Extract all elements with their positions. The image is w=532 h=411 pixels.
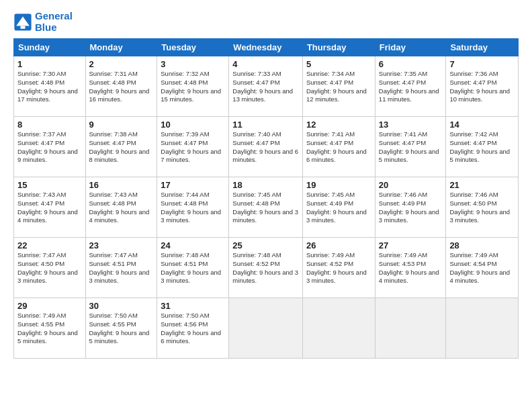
logo-text: General Blue — [35, 11, 73, 33]
calendar-cell: 27 Sunrise: 7:49 AM Sunset: 4:53 PM Dayl… — [375, 238, 446, 298]
day-info: Sunrise: 7:35 AM Sunset: 4:47 PM Dayligh… — [379, 70, 443, 104]
day-info: Sunrise: 7:31 AM Sunset: 4:48 PM Dayligh… — [89, 70, 154, 104]
calendar-cell: 11 Sunrise: 7:40 AM Sunset: 4:47 PM Dayl… — [229, 117, 303, 177]
calendar-cell: 17 Sunrise: 7:44 AM Sunset: 4:48 PM Dayl… — [157, 177, 229, 238]
day-number: 8 — [17, 120, 82, 130]
calendar-cell: 25 Sunrise: 7:48 AM Sunset: 4:52 PM Dayl… — [229, 238, 303, 298]
day-info: Sunrise: 7:46 AM Sunset: 4:49 PM Dayligh… — [379, 191, 443, 225]
calendar-cell: 20 Sunrise: 7:46 AM Sunset: 4:49 PM Dayl… — [375, 177, 446, 238]
day-info: Sunrise: 7:49 AM Sunset: 4:54 PM Dayligh… — [449, 251, 515, 285]
header: General Blue — [13, 11, 519, 33]
header-wednesday: Wednesday — [229, 39, 303, 56]
day-info: Sunrise: 7:41 AM Sunset: 4:47 PM Dayligh… — [306, 130, 371, 165]
logo: General Blue — [13, 11, 73, 33]
day-info: Sunrise: 7:33 AM Sunset: 4:47 PM Dayligh… — [232, 70, 299, 104]
day-number: 9 — [89, 120, 154, 130]
calendar-cell: 18 Sunrise: 7:45 AM Sunset: 4:48 PM Dayl… — [229, 177, 303, 238]
day-info: Sunrise: 7:36 AM Sunset: 4:47 PM Dayligh… — [449, 70, 515, 104]
day-info: Sunrise: 7:45 AM Sunset: 4:49 PM Dayligh… — [306, 191, 371, 225]
calendar-cell: 22 Sunrise: 7:47 AM Sunset: 4:50 PM Dayl… — [14, 238, 86, 298]
day-number: 7 — [449, 59, 515, 69]
day-number: 22 — [17, 240, 82, 250]
header-friday: Friday — [375, 39, 446, 56]
day-number: 14 — [449, 120, 515, 130]
day-info: Sunrise: 7:37 AM Sunset: 4:47 PM Dayligh… — [17, 130, 82, 165]
day-number: 25 — [232, 240, 299, 250]
day-info: Sunrise: 7:48 AM Sunset: 4:52 PM Dayligh… — [232, 251, 299, 285]
header-tuesday: Tuesday — [157, 39, 229, 56]
day-info: Sunrise: 7:49 AM Sunset: 4:53 PM Dayligh… — [379, 251, 443, 285]
calendar-cell: 9 Sunrise: 7:38 AM Sunset: 4:47 PM Dayli… — [85, 117, 157, 177]
day-number: 27 — [379, 240, 443, 250]
day-number: 21 — [449, 180, 515, 190]
day-number: 17 — [161, 180, 225, 190]
calendar-cell: 23 Sunrise: 7:47 AM Sunset: 4:51 PM Dayl… — [85, 238, 157, 298]
day-number: 5 — [306, 59, 371, 69]
calendar-cell: 5 Sunrise: 7:34 AM Sunset: 4:47 PM Dayli… — [302, 56, 375, 117]
day-info: Sunrise: 7:42 AM Sunset: 4:47 PM Dayligh… — [449, 130, 515, 165]
day-number: 31 — [161, 301, 225, 311]
calendar-row: 29 Sunrise: 7:49 AM Sunset: 4:55 PM Dayl… — [14, 298, 519, 359]
day-info: Sunrise: 7:44 AM Sunset: 4:48 PM Dayligh… — [161, 191, 225, 225]
calendar-cell: 1 Sunrise: 7:30 AM Sunset: 4:48 PM Dayli… — [14, 56, 86, 117]
day-number: 11 — [232, 120, 299, 130]
calendar-cell — [229, 298, 303, 359]
day-number: 24 — [161, 240, 225, 250]
calendar-cell: 6 Sunrise: 7:35 AM Sunset: 4:47 PM Dayli… — [375, 56, 446, 117]
day-info: Sunrise: 7:32 AM Sunset: 4:48 PM Dayligh… — [161, 70, 225, 104]
day-info: Sunrise: 7:49 AM Sunset: 4:55 PM Dayligh… — [17, 312, 82, 346]
day-info: Sunrise: 7:43 AM Sunset: 4:48 PM Dayligh… — [89, 191, 154, 225]
header-saturday: Saturday — [446, 39, 519, 56]
day-info: Sunrise: 7:38 AM Sunset: 4:47 PM Dayligh… — [89, 130, 154, 165]
calendar-cell: 31 Sunrise: 7:50 AM Sunset: 4:56 PM Dayl… — [157, 298, 229, 359]
day-number: 3 — [161, 59, 225, 69]
day-number: 13 — [379, 120, 443, 130]
day-number: 26 — [306, 240, 371, 250]
calendar-cell: 16 Sunrise: 7:43 AM Sunset: 4:48 PM Dayl… — [85, 177, 157, 238]
calendar-cell: 21 Sunrise: 7:46 AM Sunset: 4:50 PM Dayl… — [446, 177, 519, 238]
day-info: Sunrise: 7:46 AM Sunset: 4:50 PM Dayligh… — [449, 191, 515, 225]
calendar-cell: 26 Sunrise: 7:49 AM Sunset: 4:52 PM Dayl… — [302, 238, 375, 298]
calendar-cell: 30 Sunrise: 7:50 AM Sunset: 4:55 PM Dayl… — [85, 298, 157, 359]
day-number: 19 — [306, 180, 371, 190]
day-number: 18 — [232, 180, 299, 190]
header-thursday: Thursday — [302, 39, 375, 56]
header-monday: Monday — [85, 39, 157, 56]
calendar-row: 22 Sunrise: 7:47 AM Sunset: 4:50 PM Dayl… — [14, 238, 519, 298]
logo-icon — [13, 13, 32, 32]
day-info: Sunrise: 7:40 AM Sunset: 4:47 PM Dayligh… — [232, 130, 299, 165]
day-info: Sunrise: 7:39 AM Sunset: 4:47 PM Dayligh… — [161, 130, 225, 165]
day-info: Sunrise: 7:45 AM Sunset: 4:48 PM Dayligh… — [232, 191, 299, 225]
page: General Blue Sunday Monday Tuesday Wedne… — [0, 0, 532, 365]
calendar-cell: 8 Sunrise: 7:37 AM Sunset: 4:47 PM Dayli… — [14, 117, 86, 177]
day-number: 1 — [17, 59, 82, 69]
day-number: 4 — [232, 59, 299, 69]
day-info: Sunrise: 7:49 AM Sunset: 4:52 PM Dayligh… — [306, 251, 371, 285]
day-info: Sunrise: 7:41 AM Sunset: 4:47 PM Dayligh… — [379, 130, 443, 165]
day-number: 6 — [379, 59, 443, 69]
calendar-cell: 19 Sunrise: 7:45 AM Sunset: 4:49 PM Dayl… — [302, 177, 375, 238]
calendar-cell: 14 Sunrise: 7:42 AM Sunset: 4:47 PM Dayl… — [446, 117, 519, 177]
calendar-cell: 13 Sunrise: 7:41 AM Sunset: 4:47 PM Dayl… — [375, 117, 446, 177]
day-number: 20 — [379, 180, 443, 190]
day-number: 16 — [89, 180, 154, 190]
day-info: Sunrise: 7:48 AM Sunset: 4:51 PM Dayligh… — [161, 251, 225, 285]
day-info: Sunrise: 7:50 AM Sunset: 4:56 PM Dayligh… — [161, 312, 225, 346]
day-info: Sunrise: 7:47 AM Sunset: 4:50 PM Dayligh… — [17, 251, 82, 285]
calendar-cell: 12 Sunrise: 7:41 AM Sunset: 4:47 PM Dayl… — [302, 117, 375, 177]
day-number: 10 — [161, 120, 225, 130]
day-number: 28 — [449, 240, 515, 250]
day-number: 29 — [17, 301, 82, 311]
calendar-header-row: Sunday Monday Tuesday Wednesday Thursday… — [14, 39, 519, 56]
calendar-table: Sunday Monday Tuesday Wednesday Thursday… — [13, 38, 519, 359]
calendar-cell: 10 Sunrise: 7:39 AM Sunset: 4:47 PM Dayl… — [157, 117, 229, 177]
day-number: 2 — [89, 59, 154, 69]
calendar-row: 8 Sunrise: 7:37 AM Sunset: 4:47 PM Dayli… — [14, 117, 519, 177]
day-info: Sunrise: 7:34 AM Sunset: 4:47 PM Dayligh… — [306, 70, 371, 104]
calendar-row: 1 Sunrise: 7:30 AM Sunset: 4:48 PM Dayli… — [14, 56, 519, 117]
day-number: 30 — [89, 301, 154, 311]
day-info: Sunrise: 7:43 AM Sunset: 4:47 PM Dayligh… — [17, 191, 82, 225]
calendar-cell — [446, 298, 519, 359]
day-number: 23 — [89, 240, 154, 250]
calendar-cell — [302, 298, 375, 359]
